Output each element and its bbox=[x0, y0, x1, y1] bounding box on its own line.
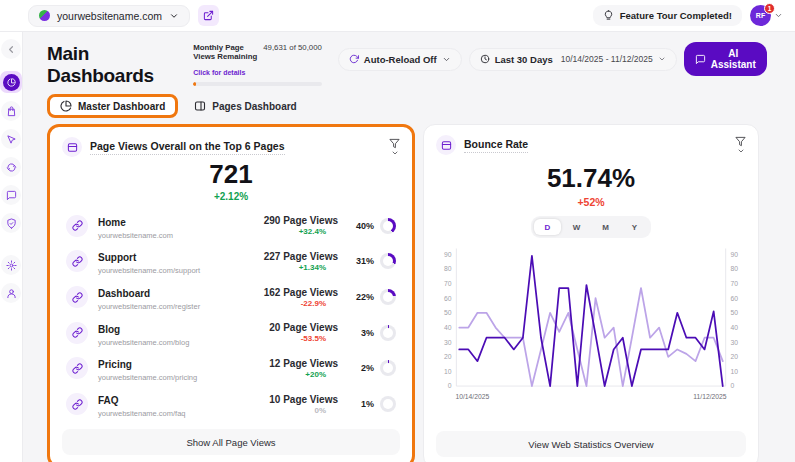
collapse-sidebar-button[interactable] bbox=[1, 39, 21, 59]
page-row-support[interactable]: Supportyourwebsitename.com/support 227 P… bbox=[62, 247, 400, 275]
page-views-count: 10 Page Views bbox=[226, 394, 338, 405]
svg-text:0: 0 bbox=[448, 382, 452, 389]
page-url: yourwebsitename.com bbox=[98, 231, 226, 240]
chevron-down-icon bbox=[658, 55, 666, 63]
feature-tour-badge[interactable]: Feature Tour Completed! bbox=[593, 5, 742, 26]
tab-master-dashboard[interactable]: Master Dashboard bbox=[47, 94, 178, 118]
sidebar-item-account[interactable] bbox=[1, 283, 21, 303]
page-views-count: 162 Page Views bbox=[226, 287, 338, 298]
sidebar-item-automation[interactable] bbox=[1, 157, 21, 177]
chevron-down-icon bbox=[169, 11, 179, 21]
svg-text:40: 40 bbox=[731, 324, 739, 331]
page-views-count: 12 Page Views bbox=[226, 358, 338, 369]
sidebar-item-projects[interactable] bbox=[1, 101, 21, 121]
share-percent: 31% bbox=[356, 256, 374, 266]
filter-icon bbox=[735, 136, 746, 147]
period-option-week[interactable]: W bbox=[563, 219, 590, 235]
svg-text:10/14/2025: 10/14/2025 bbox=[455, 393, 489, 400]
refresh-icon bbox=[349, 54, 359, 64]
user-icon bbox=[6, 288, 17, 299]
avatar-initials: RF bbox=[756, 12, 765, 19]
show-all-page-views-button[interactable]: Show All Page Views bbox=[62, 429, 400, 455]
period-option-month[interactable]: M bbox=[592, 219, 619, 235]
tab-master-label: Master Dashboard bbox=[78, 101, 165, 112]
chat-icon bbox=[6, 190, 17, 201]
filter-button[interactable] bbox=[389, 138, 400, 157]
chevron-down-icon bbox=[774, 11, 783, 20]
sidebar-item-dashboard[interactable] bbox=[0, 71, 22, 93]
ai-assistant-label: AI Assistant bbox=[711, 48, 756, 70]
view-web-statistics-button[interactable]: View Web Statistics Overview bbox=[436, 431, 746, 457]
page-row-pricing[interactable]: Pricingyourwebsitename.com/pricing 12 Pa… bbox=[62, 354, 400, 382]
svg-text:50: 50 bbox=[444, 309, 452, 316]
chevron-left-icon bbox=[6, 44, 17, 55]
site-name: yourwebsitename.com bbox=[57, 10, 162, 22]
svg-text:60: 60 bbox=[731, 295, 739, 302]
sidebar-item-security[interactable] bbox=[1, 213, 21, 233]
quota-widget: Monthly Page Views Remaining 49,631 of 5… bbox=[193, 43, 322, 86]
quota-progress-fill bbox=[193, 82, 196, 86]
sidebar-item-interactions[interactable] bbox=[1, 129, 21, 149]
tab-pages-dashboard[interactable]: Pages Dashboard bbox=[190, 97, 300, 115]
period-option-day[interactable]: D bbox=[534, 219, 561, 235]
quota-label: Monthly Page Views Remaining bbox=[193, 43, 257, 61]
page-views-delta: 0% bbox=[226, 406, 338, 415]
svg-text:80: 80 bbox=[731, 265, 739, 272]
bounce-rate-delta: +52% bbox=[436, 196, 746, 208]
pages-dashboard-icon bbox=[194, 100, 206, 112]
share-donut bbox=[380, 396, 396, 412]
svg-text:70: 70 bbox=[731, 280, 739, 287]
share-donut bbox=[380, 325, 396, 341]
page-url: yourwebsitename.com/faq bbox=[98, 409, 226, 418]
header-controls: Auto-Reload Off Last 30 Days 10/14/2025 … bbox=[338, 42, 767, 76]
page-url: yourwebsitename.com/pricing bbox=[98, 373, 226, 382]
page-name: Home bbox=[98, 217, 126, 228]
share-percent: 2% bbox=[361, 363, 374, 373]
bounce-rate-chart: 0010102020303040405050606070708080909010… bbox=[436, 240, 746, 412]
svg-text:0: 0 bbox=[731, 382, 735, 389]
page-views-card: Page Views Overall on the Top 6 Pages 72… bbox=[47, 124, 415, 462]
feature-tour-label: Feature Tour Completed! bbox=[620, 10, 732, 21]
chevron-down-icon bbox=[737, 147, 745, 155]
auto-reload-dropdown[interactable]: Auto-Reload Off bbox=[338, 48, 462, 71]
svg-text:90: 90 bbox=[731, 251, 739, 258]
user-menu[interactable]: RF 1 bbox=[750, 5, 783, 26]
master-dashboard-icon bbox=[60, 100, 72, 112]
gear-icon bbox=[6, 260, 17, 271]
site-selector[interactable]: yourwebsitename.com bbox=[28, 5, 190, 27]
period-selector: D W M Y bbox=[531, 216, 651, 238]
period-option-year[interactable]: Y bbox=[621, 219, 648, 235]
page-views-delta: +1.34% bbox=[226, 263, 338, 272]
quota-value: 49,631 of 50,000 bbox=[263, 43, 322, 52]
page-views-delta: +32.4% bbox=[226, 227, 338, 236]
filter-button[interactable] bbox=[735, 136, 746, 155]
page-row-faq[interactable]: FAQyourwebsitename.com/faq 10 Page Views… bbox=[62, 390, 400, 418]
chevron-down-icon bbox=[391, 149, 399, 157]
sidebar-item-messages[interactable] bbox=[1, 185, 21, 205]
svg-text:90: 90 bbox=[444, 251, 452, 258]
ai-assistant-button[interactable]: AI Assistant bbox=[684, 42, 767, 76]
page-row-home[interactable]: Homeyourwebsitename.com 290 Page Views+3… bbox=[62, 212, 400, 240]
page-url: yourwebsitename.com/register bbox=[98, 302, 226, 311]
link-icon bbox=[66, 215, 88, 237]
link-icon bbox=[66, 357, 88, 379]
auto-reload-label: Auto-Reload Off bbox=[364, 54, 437, 65]
date-range-picker[interactable]: Last 30 Days 10/14/2025 - 11/12/2025 bbox=[469, 48, 677, 71]
page-row-blog[interactable]: Blogyourwebsitename.com/blog 20 Page Vie… bbox=[62, 319, 400, 347]
chat-icon bbox=[695, 54, 706, 65]
range-label: Last 30 Days bbox=[495, 54, 553, 65]
page-row-dashboard[interactable]: Dashboardyourwebsitename.com/register 16… bbox=[62, 283, 400, 311]
page-name: Pricing bbox=[98, 359, 132, 370]
bounce-rate-card: Bounce Rate 51.74% +52% D W M Y bbox=[423, 124, 759, 462]
sidebar-item-settings[interactable] bbox=[1, 255, 21, 275]
page-views-count: 227 Page Views bbox=[226, 251, 338, 262]
page-name: Dashboard bbox=[98, 288, 150, 299]
lightbulb-icon bbox=[603, 10, 614, 21]
svg-text:30: 30 bbox=[444, 339, 452, 346]
sidebar bbox=[0, 32, 23, 462]
share-button[interactable] bbox=[198, 5, 219, 26]
range-dates: 10/14/2025 - 11/12/2025 bbox=[561, 54, 653, 64]
quota-details-link[interactable]: Click for details bbox=[193, 69, 245, 76]
svg-text:50: 50 bbox=[731, 309, 739, 316]
main-content: Main Dashboards Monthly Page Views Remai… bbox=[23, 32, 795, 462]
